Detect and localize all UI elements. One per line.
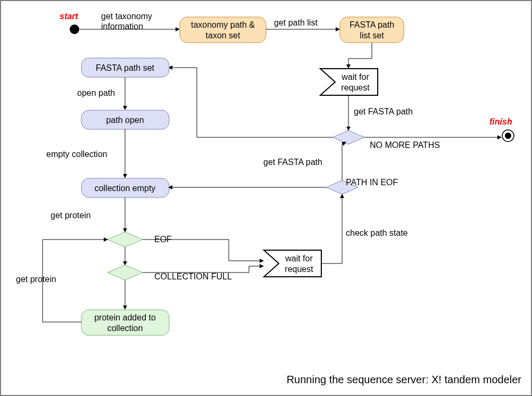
- svg-rect-0: [1, 1, 531, 395]
- label-collection-full: COLLECTION FULL: [154, 272, 232, 281]
- diagram-caption: Running the sequence server: X! tandem m…: [287, 374, 522, 385]
- node-protein-added: protein added to collection: [81, 310, 169, 335]
- label-get-protein-loop: get protein: [16, 275, 56, 284]
- svg-text:taxonomy path &: taxonomy path &: [191, 20, 255, 29]
- label-get-fasta-path-mid: get FASTA path: [263, 158, 322, 167]
- node-fasta-set: FASTA path set: [81, 58, 169, 77]
- label-path-in-eof: PATH IN EOF: [346, 178, 398, 187]
- svg-text:path open: path open: [106, 116, 144, 125]
- node-path-open: path open: [81, 110, 169, 129]
- svg-text:list set: list set: [360, 31, 384, 40]
- activity-diagram: start finish get taxonomy information ta…: [0, 0, 532, 396]
- label-check-path-state: check path state: [346, 228, 408, 237]
- svg-point-2: [505, 133, 511, 139]
- start-label: start: [60, 12, 78, 21]
- node-fasta-list: FASTA path list set: [340, 17, 404, 43]
- label-get-path-list: get path list: [274, 18, 318, 27]
- svg-text:request: request: [285, 265, 313, 274]
- svg-text:FASTA path: FASTA path: [350, 20, 394, 29]
- svg-text:wait for: wait for: [341, 72, 369, 81]
- finish-node: [502, 130, 514, 142]
- label-get-taxonomy-2: information: [101, 22, 143, 31]
- node-taxonomy: taxonomy path & taxon set: [180, 17, 266, 43]
- node-collection-empty: collection empty: [81, 178, 169, 197]
- label-open-path: open path: [77, 88, 115, 97]
- start-node: [70, 24, 79, 34]
- label-empty-collection: empty collection: [46, 150, 107, 159]
- svg-text:collection empty: collection empty: [95, 184, 156, 193]
- svg-text:FASTA path set: FASTA path set: [96, 63, 155, 72]
- label-get-taxonomy-1: get taxonomy: [101, 12, 152, 21]
- label-get-protein-left: get protein: [51, 211, 91, 220]
- svg-text:taxon set: taxon set: [206, 31, 240, 40]
- svg-text:wait for: wait for: [285, 254, 313, 263]
- svg-text:request: request: [341, 83, 370, 92]
- svg-text:collection: collection: [107, 324, 143, 333]
- label-no-more-paths: NO MORE PATHS: [370, 141, 440, 150]
- svg-text:protein added to: protein added to: [94, 313, 156, 322]
- label-get-fasta-path-top: get FASTA path: [354, 107, 413, 116]
- finish-label: finish: [489, 117, 512, 126]
